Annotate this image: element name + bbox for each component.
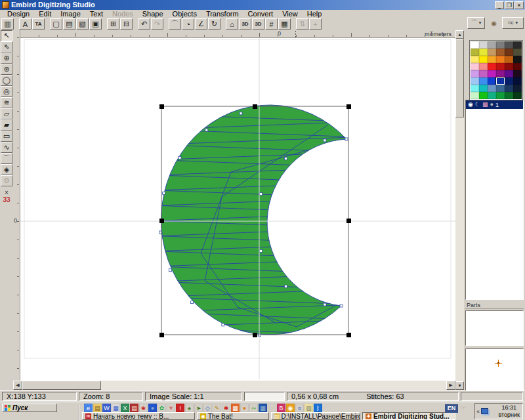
- selection-handle[interactable]: [159, 104, 164, 109]
- menu-text[interactable]: Text: [85, 10, 108, 18]
- selection-handle[interactable]: [253, 104, 257, 109]
- quick-launch-icon-19[interactable]: ▦: [259, 404, 267, 412]
- quick-launch-icon-7[interactable]: ●: [148, 404, 157, 412]
- scroll-up-button[interactable]: ▲: [455, 30, 464, 39]
- zigzag-tool-button[interactable]: ∿: [1, 142, 12, 153]
- vertical-scroll-thumb[interactable]: [455, 39, 464, 117]
- selection-handle[interactable]: [159, 333, 164, 337]
- quick-launch-icon-5[interactable]: ▤: [130, 404, 138, 412]
- palette-color-13[interactable]: [479, 56, 488, 63]
- quick-launch-icon-14[interactable]: ✎: [213, 404, 221, 412]
- horizontal-scrollbar[interactable]: ◀ ▶: [13, 381, 455, 390]
- scroll-down-button[interactable]: ▼: [455, 381, 464, 390]
- horizontal-scroll-thumb[interactable]: [22, 381, 101, 390]
- stitch-edit-button[interactable]: #: [265, 18, 278, 30]
- quick-launch-icon-25[interactable]: ᛒ: [314, 404, 322, 412]
- quick-launch-icon-22[interactable]: ◉: [286, 404, 295, 412]
- palette-color-35[interactable]: [513, 77, 522, 85]
- quick-launch-icon-18[interactable]: ∾: [249, 404, 258, 412]
- selection-handle[interactable]: [346, 219, 351, 223]
- palette-color-34[interactable]: [505, 77, 513, 85]
- palette-color-0[interactable]: [471, 41, 479, 49]
- object-list[interactable]: ◉ ☾ ▩ ● 1: [465, 100, 524, 300]
- palette-color-19[interactable]: [479, 63, 488, 70]
- manual-shape-tool-button[interactable]: ▭: [1, 131, 12, 142]
- quick-launch-icon-2[interactable]: W: [102, 404, 111, 412]
- scroll-left-button[interactable]: ◀: [13, 381, 22, 390]
- palette-color-11[interactable]: [513, 49, 522, 56]
- save-file-button[interactable]: ▣: [89, 18, 102, 30]
- hatch-fill-tool-button[interactable]: ≋: [1, 97, 12, 108]
- taskbar-button-3[interactable]: ✦Embird Digitizing Stud...: [362, 412, 455, 420]
- quick-launch-icon-3[interactable]: ▦: [112, 404, 120, 412]
- tray-chevron[interactable]: «: [476, 408, 480, 415]
- design-browser-button[interactable]: ▥: [1, 18, 14, 30]
- quick-launch-icon-16[interactable]: ▦: [231, 404, 240, 412]
- open-file-button[interactable]: ▤: [63, 18, 75, 30]
- copy-button[interactable]: ⊞: [107, 18, 119, 30]
- text-adjust-button[interactable]: TA: [32, 18, 45, 30]
- selection-handle[interactable]: [253, 333, 257, 337]
- object-list-row[interactable]: ◉ ☾ ▩ ● 1: [466, 100, 523, 109]
- quick-launch-icon-0[interactable]: e: [84, 404, 93, 412]
- menu-view[interactable]: View: [278, 10, 303, 18]
- palette-color-14[interactable]: [488, 56, 496, 63]
- restore-button[interactable]: ❐: [505, 1, 514, 9]
- new-file-button[interactable]: ▢: [50, 18, 62, 30]
- taskbar-button-2[interactable]: ▤D:\INSTALL\Разное\Embird: [271, 412, 360, 420]
- palette-color-6[interactable]: [471, 49, 479, 56]
- palette-color-12[interactable]: [471, 56, 479, 63]
- quick-launch-icon-8[interactable]: ✿: [158, 404, 166, 412]
- quick-launch-icon-20[interactable]: ☞: [268, 404, 276, 412]
- thread-spool-button[interactable]: ◉: [488, 17, 500, 29]
- palette-color-22[interactable]: [505, 63, 513, 70]
- quick-launch-icon-6[interactable]: ❀: [139, 404, 148, 412]
- hand-tray-icon[interactable]: ☞: [460, 404, 467, 412]
- thread-catalog-dropdown[interactable]: ⌗c ▾: [502, 17, 524, 29]
- palette-color-37[interactable]: [479, 85, 488, 92]
- curve-style-dropdown[interactable]: ⌒ ▾: [467, 17, 485, 29]
- selection-handle[interactable]: [159, 219, 164, 223]
- menu-image[interactable]: Image: [56, 10, 85, 18]
- quick-launch-icon-4[interactable]: X: [121, 404, 129, 412]
- palette-color-40[interactable]: [505, 85, 513, 92]
- palette-color-28[interactable]: [505, 70, 513, 77]
- palette-color-23[interactable]: [513, 63, 522, 70]
- palette-color-16[interactable]: [505, 56, 513, 63]
- title-bar[interactable]: Embird Digitizing Studio _ ❐ ×: [0, 0, 525, 10]
- palette-color-33[interactable]: [496, 77, 505, 85]
- palette-color-29[interactable]: [513, 70, 522, 77]
- menu-transform[interactable]: Transform: [201, 10, 243, 18]
- fill-shape-tool-button[interactable]: ◯: [1, 75, 12, 86]
- palette-color-1[interactable]: [479, 41, 488, 49]
- selection-handle[interactable]: [346, 333, 351, 337]
- palette-color-20[interactable]: [488, 63, 496, 70]
- menu-objects[interactable]: Objects: [168, 10, 201, 18]
- palette-color-9[interactable]: [496, 49, 505, 56]
- view-3d-button[interactable]: 3D: [239, 18, 251, 30]
- design-canvas[interactable]: [20, 38, 455, 381]
- palette-color-24[interactable]: [471, 70, 479, 77]
- palette-color-31[interactable]: [479, 77, 488, 85]
- menu-shape[interactable]: Shape: [138, 10, 168, 18]
- vertical-scrollbar[interactable]: ▲ ▼: [455, 30, 464, 390]
- palette-color-41[interactable]: [513, 85, 522, 92]
- palette-color-18[interactable]: [471, 63, 479, 70]
- palette-color-43[interactable]: [479, 92, 488, 99]
- minimize-button[interactable]: _: [495, 1, 504, 9]
- palette-color-17[interactable]: [513, 56, 522, 63]
- menu-convert[interactable]: Convert: [243, 10, 278, 18]
- quick-launch-icon-21[interactable]: B: [277, 404, 285, 412]
- quick-launch-icon-9[interactable]: ✳: [167, 404, 175, 412]
- palette-color-26[interactable]: [488, 70, 496, 77]
- palette-color-36[interactable]: [471, 85, 479, 92]
- palette-color-15[interactable]: [496, 56, 505, 63]
- visibility-eye-icon[interactable]: ◉: [468, 102, 473, 108]
- palette-color-32[interactable]: [488, 77, 496, 85]
- quick-launch-icon-1[interactable]: ▤: [93, 404, 102, 412]
- scroll-right-button[interactable]: ▶: [446, 381, 455, 390]
- measure-button[interactable]: ⌒: [169, 18, 181, 30]
- paste-button[interactable]: ⊟: [120, 18, 133, 30]
- column-tool-button[interactable]: ▱: [1, 108, 12, 119]
- sewing-simulator-button[interactable]: ⌂: [226, 18, 238, 30]
